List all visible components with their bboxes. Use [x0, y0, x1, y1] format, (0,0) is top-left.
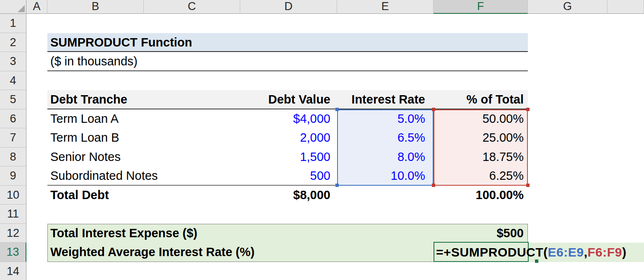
column-header-a[interactable]: A [26, 0, 47, 14]
row-header-14[interactable]: 14 [0, 262, 26, 280]
select-all-corner[interactable] [0, 0, 26, 14]
column-header-g[interactable]: G [528, 0, 608, 14]
sheet-title: SUMPRODUCT Function [50, 33, 192, 52]
cell-b7-tranche[interactable]: Term Loan B [50, 128, 119, 148]
column-header-b[interactable]: B [47, 0, 144, 14]
row-header-11[interactable]: 11 [0, 205, 26, 224]
column-header-partial[interactable] [608, 0, 644, 14]
spreadsheet: A B C D E F G 1 2 3 4 5 6 7 8 9 10 11 12… [0, 0, 644, 280]
cell-d8-value[interactable]: 1,500 [240, 148, 330, 167]
row-header-9[interactable]: 9 [0, 166, 26, 186]
sheet-subtitle: ($ in thousands) [50, 52, 138, 71]
cell-e7-rate[interactable]: 6.5% [337, 128, 425, 148]
cell-b12-interest-label[interactable]: Total Interest Expense ($) [50, 224, 197, 243]
row-header-13-selected[interactable]: 13 [0, 243, 26, 262]
cell-f12-interest-value[interactable]: $500 [434, 224, 524, 243]
cell-f7-pct[interactable]: 25.00% [434, 128, 524, 148]
cell-b6-tranche[interactable]: Term Loan A [50, 109, 119, 129]
cell-f8-pct[interactable]: 18.75% [434, 148, 524, 167]
cell-b13-wair-label[interactable]: Weighted Average Interest Rate (%) [50, 243, 254, 262]
column-header-f-selected[interactable]: F [434, 0, 528, 14]
row-header-1[interactable]: 1 [0, 14, 26, 33]
col-label-pct-of-total: % of Total [434, 90, 524, 109]
column-header-d[interactable]: D [240, 0, 337, 14]
cell-f10-total-pct[interactable]: 100.00% [434, 186, 524, 205]
cell-b10-total-label[interactable]: Total Debt [50, 186, 109, 205]
row-header-10[interactable]: 10 [0, 186, 26, 205]
cell-b9-tranche[interactable]: Subordinated Notes [50, 166, 158, 186]
row-header-8[interactable]: 8 [0, 148, 26, 167]
formula-text[interactable]: =+SUMPRODUCT(E6:E9,F6:F9) [436, 243, 626, 262]
cell-d9-value[interactable]: 500 [240, 166, 330, 186]
col-label-interest-rate: Interest Rate [337, 90, 425, 109]
cell-f9-pct[interactable]: 6.25% [434, 166, 524, 186]
cell-f6-pct[interactable]: 50.00% [434, 109, 524, 129]
col-label-debt-tranche: Debt Tranche [50, 90, 127, 109]
cell-d6-value[interactable]: $4,000 [240, 109, 330, 129]
row-header-2[interactable]: 2 [0, 33, 26, 52]
column-header-e[interactable]: E [337, 0, 434, 14]
cell-b8-tranche[interactable]: Senior Notes [50, 148, 121, 167]
formula-comma: , [584, 245, 587, 259]
row-header-5[interactable]: 5 [0, 90, 26, 109]
cell-e6-rate[interactable]: 5.0% [337, 109, 425, 129]
row-header-7[interactable]: 7 [0, 128, 26, 148]
row-header-3[interactable]: 3 [0, 52, 26, 71]
formula-prefix: =+SUMPRODUCT( [436, 245, 548, 259]
select-all-triangle-icon [18, 5, 25, 12]
formula-range1-ref: E6:E9 [548, 245, 584, 259]
column-header-c[interactable]: C [144, 0, 240, 14]
row-header-6[interactable]: 6 [0, 109, 26, 129]
cell-e9-rate[interactable]: 10.0% [337, 166, 425, 186]
row-header-4[interactable]: 4 [0, 71, 26, 91]
cell-e8-rate[interactable]: 8.0% [337, 148, 425, 167]
formula-range2-ref: F6:F9 [587, 245, 622, 259]
col-label-debt-value: Debt Value [240, 90, 330, 109]
range-handle-icon[interactable] [526, 108, 530, 111]
row-header-12[interactable]: 12 [0, 224, 26, 243]
range-handle-icon[interactable] [526, 184, 530, 187]
cell-d7-value[interactable]: 2,000 [240, 128, 330, 148]
formula-suffix: ) [622, 245, 627, 259]
cell-d10-total-value[interactable]: $8,000 [240, 186, 330, 205]
